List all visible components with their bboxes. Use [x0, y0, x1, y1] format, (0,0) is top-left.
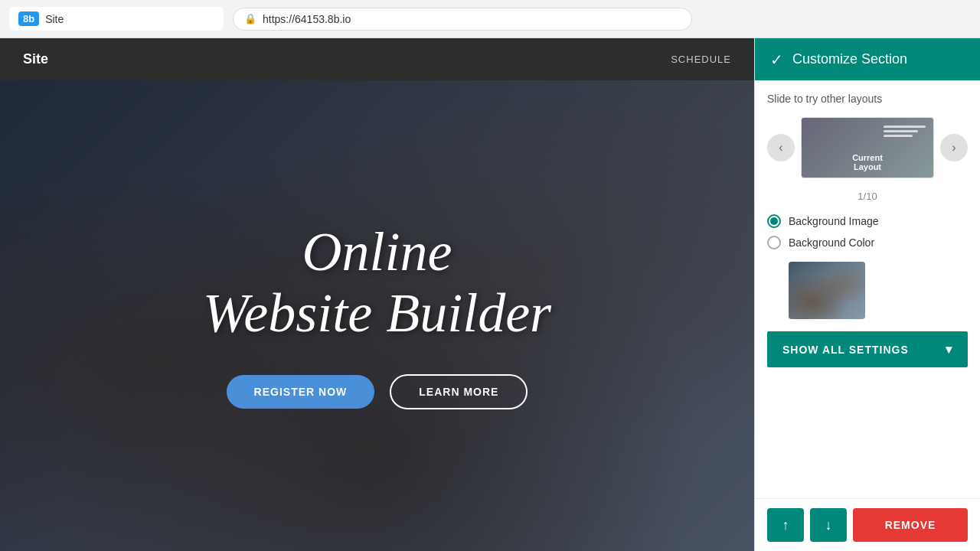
hero-section: Online Website Builder REGISTER NOW LEAR…: [0, 80, 754, 551]
background-image-label: Background Image: [789, 215, 879, 227]
hero-buttons: REGISTER NOW LEARN MORE: [227, 374, 528, 409]
hero-title-line1: Online: [302, 221, 452, 282]
logo-8b: 8b: [18, 11, 39, 26]
thumbnail-image: [789, 262, 865, 319]
site-preview: Site SCHEDULE Online Website Builder REG…: [0, 38, 754, 551]
lock-icon: 🔒: [244, 13, 256, 24]
thumbnail-overlay: [789, 262, 865, 319]
chevron-down-icon: ▾: [946, 342, 952, 357]
panel-footer: ↑ ↓ REMOVE: [755, 498, 980, 551]
site-nav: Site SCHEDULE: [0, 38, 754, 80]
background-options: Background Image Background Color: [767, 214, 968, 249]
browser-bar: 8b Site 🔒 https://64153.8b.io: [0, 0, 980, 38]
show-all-settings-button[interactable]: SHOW ALL SETTINGS ▾: [767, 331, 968, 367]
next-layout-button[interactable]: ›: [940, 134, 968, 161]
move-down-button[interactable]: ↓: [810, 508, 847, 542]
background-color-radio[interactable]: [767, 236, 781, 249]
layout-counter: 1/10: [767, 191, 968, 202]
slide-hint: Slide to try other layouts: [767, 93, 968, 105]
background-color-label: Background Color: [789, 236, 874, 249]
customize-panel: ✓ Customize Section Slide to try other l…: [754, 38, 980, 551]
preview-line-3: [884, 135, 913, 137]
panel-header: ✓ Customize Section: [755, 38, 980, 80]
layout-preview-text: [884, 126, 926, 139]
site-nav-logo: Site: [23, 51, 671, 67]
layout-preview: CurrentLayout: [801, 117, 934, 178]
background-color-option[interactable]: Background Color: [767, 236, 968, 249]
preview-line-1: [884, 126, 926, 128]
show-settings-label: SHOW ALL SETTINGS: [782, 344, 909, 356]
prev-layout-button[interactable]: ‹: [767, 134, 795, 161]
background-image-radio[interactable]: [767, 214, 781, 228]
panel-title: Customize Section: [792, 51, 907, 67]
preview-line-2: [884, 130, 918, 132]
hero-content: Online Website Builder REGISTER NOW LEAR…: [0, 80, 754, 551]
layout-slider: ‹ CurrentLayout ›: [767, 117, 968, 178]
remove-button[interactable]: REMOVE: [853, 508, 968, 542]
layout-label: CurrentLayout: [852, 153, 883, 171]
layout-preview-bg: CurrentLayout: [802, 118, 933, 178]
main-area: Site SCHEDULE Online Website Builder REG…: [0, 38, 980, 551]
register-button[interactable]: REGISTER NOW: [227, 375, 375, 409]
move-up-button[interactable]: ↑: [767, 508, 804, 542]
learn-more-button[interactable]: LEARN MORE: [390, 374, 528, 409]
hero-title: Online Website Builder: [203, 222, 551, 343]
site-tab-label: Site: [45, 13, 64, 25]
check-icon: ✓: [770, 51, 783, 69]
background-thumbnail[interactable]: [789, 262, 865, 319]
panel-body: Slide to try other layouts ‹ CurrentLayo…: [755, 80, 980, 498]
browser-tab[interactable]: 8b Site: [9, 7, 224, 31]
address-bar[interactable]: 🔒 https://64153.8b.io: [233, 8, 692, 31]
site-nav-link[interactable]: SCHEDULE: [671, 54, 731, 65]
background-image-option[interactable]: Background Image: [767, 214, 968, 228]
url-text: https://64153.8b.io: [263, 13, 351, 25]
hero-title-line2: Website Builder: [203, 282, 551, 344]
